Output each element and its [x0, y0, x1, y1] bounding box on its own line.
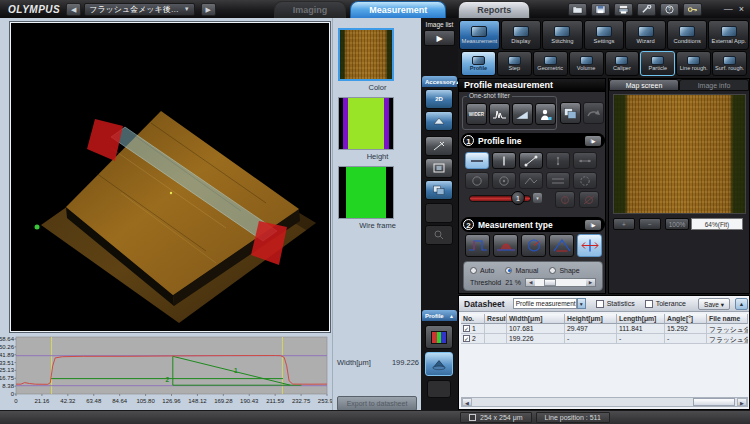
map-zoom-value-field[interactable]: 64%(Fit) — [691, 218, 743, 230]
prev-document-button[interactable]: ◀ — [66, 3, 81, 16]
threshold-slider[interactable]: ◀ ▶ — [525, 278, 596, 287]
type-width-button[interactable] — [577, 234, 602, 257]
tools-button[interactable] — [637, 3, 656, 16]
type-angle-button[interactable] — [549, 234, 574, 257]
col-result[interactable]: Result — [485, 314, 507, 324]
row-checkbox[interactable]: ✓ — [463, 325, 470, 332]
tab-reports[interactable]: Reports — [458, 1, 530, 18]
line-polyline-button[interactable] — [519, 172, 543, 189]
section-apply-button[interactable]: I▶ — [585, 220, 601, 230]
table-row[interactable]: ✓2 199.226 - - - フラッシュ金 — [461, 334, 748, 344]
minimize-button[interactable]: — — [724, 5, 733, 14]
section-apply-button[interactable]: I▶ — [585, 136, 601, 146]
scroll-left-button[interactable]: ◀ — [462, 398, 472, 406]
line-vertical-multi-button[interactable] — [546, 152, 570, 169]
key-button[interactable] — [683, 3, 702, 16]
col-angle[interactable]: Angle[°] — [665, 314, 707, 324]
marker-delete-button[interactable] — [579, 191, 599, 208]
line-width-spinner[interactable]: ▾ — [533, 193, 542, 203]
accessory-measure-button[interactable] — [425, 111, 453, 131]
col-no[interactable]: No. — [461, 314, 485, 324]
col-height[interactable]: Height[μm] — [565, 314, 617, 324]
shape-radio[interactable] — [549, 267, 556, 274]
line-dashed-circle-button[interactable] — [573, 172, 597, 189]
ribbon-step-button[interactable]: Step — [497, 51, 532, 76]
threshold-decrease-button[interactable]: ◀ — [526, 279, 535, 286]
col-length[interactable]: Length[μm] — [617, 314, 665, 324]
ribbon-display-button[interactable]: Display — [501, 20, 542, 50]
threshold-increase-button[interactable]: ▶ — [586, 279, 595, 286]
line-width-slider-knob[interactable]: 1 — [511, 191, 525, 205]
accessory-2d-3d-toggle-button[interactable]: 2D — [425, 89, 453, 109]
map-preview-image[interactable] — [613, 94, 746, 214]
datasheet-horizontal-scrollbar[interactable]: ◀ ▶ — [461, 397, 748, 407]
next-document-button[interactable]: ▶ — [201, 3, 216, 16]
ribbon-conditions-button[interactable]: Conditions — [667, 20, 708, 50]
manual-assist-button[interactable] — [535, 103, 556, 125]
ribbon-caliper-button[interactable]: Caliper — [605, 51, 640, 76]
accessory-cut-button[interactable] — [425, 136, 453, 156]
profile-color-view-button[interactable] — [425, 325, 453, 349]
profile-chart[interactable]: 08.3816.7525.1333.5141.8950.2658.64021.1… — [0, 336, 332, 410]
tab-map-screen[interactable]: Map screen — [609, 79, 679, 91]
ribbon-particle-button[interactable]: Particle — [640, 51, 675, 76]
undo-filter-button[interactable] — [583, 102, 604, 124]
waveform-filter-button[interactable] — [489, 103, 510, 125]
open-folder-button[interactable] — [568, 3, 587, 16]
line-free-button[interactable] — [519, 152, 543, 169]
statistics-checkbox[interactable] — [596, 300, 604, 308]
save-dropdown-button[interactable]: Save ▾ — [698, 298, 730, 310]
scroll-right-button[interactable]: ▶ — [737, 398, 747, 406]
ribbon-settings-button[interactable]: Settings — [584, 20, 625, 50]
accessory-image-pair-button[interactable] — [425, 180, 453, 200]
image-list-button[interactable]: ▶ — [424, 30, 455, 46]
accessory-header[interactable]: Accessory ▲ — [422, 76, 457, 87]
print-button[interactable] — [614, 3, 633, 16]
ribbon-geometric-button[interactable]: Geometric — [533, 51, 568, 76]
line-horizontal-multi-button[interactable] — [573, 152, 597, 169]
ribbon-wizard-button[interactable]: Wizard — [625, 20, 666, 50]
tab-measurement[interactable]: Measurement — [350, 1, 446, 18]
map-zoom-100-button[interactable]: 100% — [665, 218, 689, 230]
thumbnail-wireframe[interactable] — [338, 166, 394, 219]
tab-image-info[interactable]: Image info — [679, 79, 749, 91]
thumbnail-color[interactable] — [338, 28, 394, 81]
tab-imaging[interactable]: Imaging — [274, 1, 347, 18]
auto-radio[interactable] — [470, 267, 477, 274]
row-checkbox[interactable]: ✓ — [463, 335, 470, 342]
save-button[interactable] — [591, 3, 610, 16]
threshold-slider-thumb[interactable] — [544, 279, 556, 286]
help-button[interactable]: ? — [660, 3, 679, 16]
line-horizontal-button[interactable] — [465, 152, 489, 169]
thumbnail-height[interactable] — [338, 97, 394, 150]
line-vertical-button[interactable] — [492, 152, 516, 169]
ribbon-measurement-button[interactable]: Measurement — [459, 20, 500, 50]
profile-disabled-button[interactable] — [427, 380, 451, 398]
col-file-name[interactable]: File name — [707, 314, 748, 324]
ribbon-profile-button[interactable]: Profile — [461, 51, 496, 76]
line-circle-button[interactable] — [465, 172, 489, 189]
type-circle-button[interactable] — [521, 234, 546, 257]
ribbon-volume-button[interactable]: Volume — [569, 51, 604, 76]
ribbon-external-app-button[interactable]: External App. — [708, 20, 749, 50]
document-selector[interactable]: フラッシュ金メッキ後… ▼ — [84, 3, 194, 16]
col-width[interactable]: Width[μm] — [507, 314, 565, 324]
3d-view[interactable] — [10, 22, 330, 332]
accessory-search-button[interactable] — [425, 225, 453, 245]
scrollbar-thumb[interactable] — [693, 398, 735, 406]
manual-radio[interactable] — [505, 267, 512, 274]
tolerance-checkbox[interactable] — [645, 300, 653, 308]
ribbon-stitching-button[interactable]: Stitching — [542, 20, 583, 50]
type-step-button[interactable] — [465, 234, 490, 257]
ribbon-line-rough-button[interactable]: Line rough. — [676, 51, 711, 76]
wider-filter-button[interactable]: WIDER — [466, 103, 487, 125]
type-area-button[interactable] — [493, 234, 518, 257]
scrollbar-track[interactable] — [472, 398, 737, 406]
profile-strip-header[interactable]: Profile ▲ — [422, 310, 457, 321]
map-zoom-in-button[interactable]: + — [613, 218, 635, 230]
profile-3d-view-button[interactable] — [425, 352, 453, 376]
export-to-datasheet-button[interactable]: Export to datasheet — [337, 396, 417, 411]
chevron-down-icon[interactable]: ▼ — [577, 298, 586, 309]
line-circle-center-button[interactable] — [492, 172, 516, 189]
close-button[interactable]: × — [739, 5, 744, 14]
